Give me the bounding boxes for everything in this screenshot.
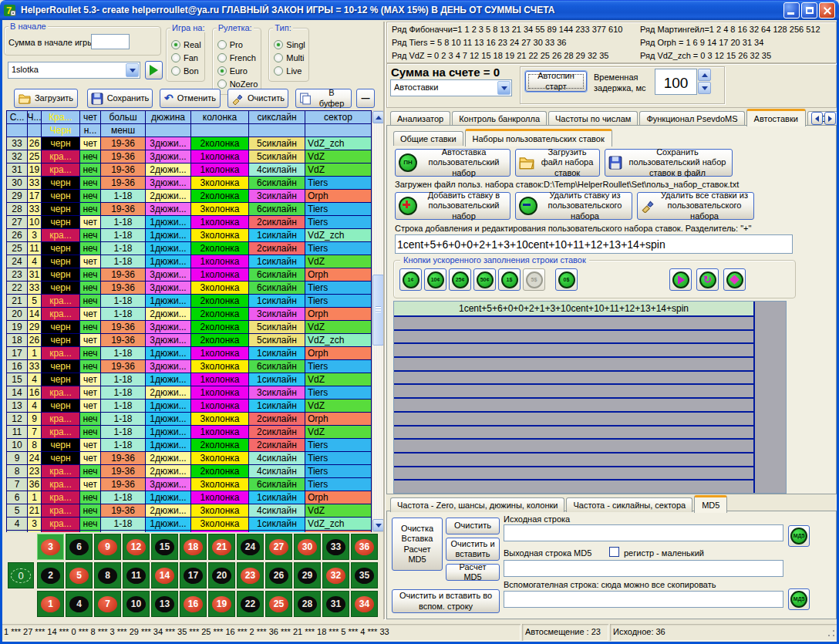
tab-MD5[interactable]: MD5	[694, 495, 727, 513]
board-cell-23[interactable]: 23	[237, 562, 264, 588]
board-cell-6[interactable]: 6	[66, 534, 93, 560]
board-cell-10[interactable]: 10	[123, 591, 150, 617]
board-cell-34[interactable]: 34	[351, 591, 378, 617]
radio-Bon[interactable]: Bon	[171, 66, 201, 76]
md5-aux-icon-button[interactable]: МД5	[788, 588, 810, 610]
board-cell-7[interactable]: 7	[94, 591, 121, 617]
radio-Singl[interactable]: Singl	[274, 40, 305, 49]
tab-Анализатор[interactable]: Анализатор	[390, 111, 450, 126]
minus-button[interactable]: —	[356, 89, 375, 108]
chip-1¢[interactable]: 1¢	[399, 268, 422, 291]
board-cell-15[interactable]: 15	[151, 534, 178, 560]
delay-down-icon[interactable]	[698, 82, 711, 94]
close-button[interactable]	[819, 2, 835, 19]
copy-buffer-button[interactable]: В буфер	[295, 89, 352, 108]
tab-scroll-right-icon[interactable]	[824, 112, 836, 125]
board-cell-24[interactable]: 24	[237, 534, 264, 560]
add-bet-button[interactable]: Добавить ставку в пользовательский набор	[395, 192, 510, 220]
list-row[interactable]	[394, 399, 753, 413]
scroll-up-icon[interactable]	[372, 111, 384, 123]
list-row[interactable]	[394, 317, 753, 331]
autobets-list[interactable]: 1cent+5+6+0+0+2+1+3+10cent+10+11+12+13+1…	[393, 301, 787, 494]
board-cell-17[interactable]: 17	[180, 562, 207, 588]
chevron-down-icon[interactable]	[126, 63, 139, 77]
md5-calc-icon-button[interactable]: МД5	[788, 525, 810, 547]
radio-Pro[interactable]: Pro	[217, 40, 258, 49]
tab-Общие ставки[interactable]: Общие ставки	[393, 131, 463, 146]
tab-Контроль банкролла[interactable]: Контроль банкролла	[452, 111, 547, 126]
radio-NoZero[interactable]: NoZero	[217, 79, 258, 89]
board-cell-11[interactable]: 11	[123, 562, 150, 588]
radio-Euro[interactable]: Euro	[217, 66, 258, 76]
chip-1$[interactable]: 1$	[498, 268, 521, 291]
md5-big-button[interactable]: Очистка Вставка Расчет MD5	[392, 518, 443, 571]
board-cell-1[interactable]: 1	[37, 591, 64, 617]
remove-bet-button[interactable]: Удалить ставку из пользовательского набо…	[515, 192, 632, 220]
board-cell-12[interactable]: 12	[123, 534, 150, 560]
board-cell-0[interactable]: 0	[8, 562, 34, 588]
chip-10¢[interactable]: 10¢	[424, 268, 446, 291]
md5-clear-paste-aux-button[interactable]: Очистить и вставить во вспом. строку	[392, 589, 500, 613]
tab-Автоставки[interactable]: Автоставки	[746, 109, 806, 126]
board-cell-3[interactable]: 3	[37, 534, 64, 560]
bet-string-input[interactable]	[395, 234, 793, 254]
load-betfile-button[interactable]: Загрузить файл набора ставок	[515, 149, 600, 177]
board-cell-18[interactable]: 18	[180, 534, 207, 560]
load-button[interactable]: Загрузить	[14, 89, 78, 108]
md5-aux-input[interactable]	[504, 591, 783, 608]
list-row[interactable]	[394, 467, 753, 481]
board-cell-27[interactable]: 27	[265, 534, 292, 560]
md5-clear-paste-button[interactable]: Очистить и вставить	[446, 538, 500, 561]
board-cell-9[interactable]: 9	[94, 534, 121, 560]
chip-0$[interactable]: 0$	[555, 268, 578, 291]
board-cell-32[interactable]: 32	[322, 562, 349, 588]
save-button[interactable]: Сохранить	[87, 89, 153, 108]
chip-action-bets[interactable]	[723, 268, 746, 291]
board-cell-29[interactable]: 29	[294, 562, 321, 588]
remove-all-bets-button[interactable]: Удалить все ставки из пользовательского …	[637, 192, 754, 220]
scroll-down-icon[interactable]	[372, 519, 384, 531]
chip-50¢[interactable]: 50¢	[473, 268, 496, 291]
md5-source-input[interactable]	[504, 524, 783, 541]
list-row[interactable]	[394, 413, 753, 427]
list-row[interactable]	[394, 385, 753, 399]
md5-clear-button[interactable]: Очистить	[446, 518, 500, 534]
tab-Функционал PsevdoMS[interactable]: Функционал PsevdoMS	[639, 111, 744, 126]
chip-25¢[interactable]: 25¢	[449, 268, 471, 291]
board-cell-31[interactable]: 31	[322, 591, 349, 617]
start-sum-input[interactable]	[91, 34, 130, 49]
board-cell-13[interactable]: 13	[151, 591, 178, 617]
radio-Multi[interactable]: Multi	[274, 53, 305, 62]
board-cell-20[interactable]: 20	[208, 562, 235, 588]
board-cell-5[interactable]: 5	[66, 562, 93, 588]
radio-French[interactable]: French	[217, 53, 258, 62]
board-cell-8[interactable]: 8	[94, 562, 121, 588]
board-cell-14[interactable]: 14	[151, 562, 178, 588]
minimize-button[interactable]	[783, 2, 800, 19]
board-cell-19[interactable]: 19	[208, 591, 235, 617]
chevron-down-icon[interactable]	[497, 81, 510, 95]
md5-calc-button[interactable]: Расчет MD5	[446, 564, 500, 581]
board-cell-36[interactable]: 36	[351, 534, 378, 560]
board-cell-33[interactable]: 33	[322, 534, 349, 560]
list-row[interactable]	[394, 372, 753, 386]
list-row[interactable]	[394, 427, 753, 440]
resize-grip[interactable]	[827, 629, 836, 638]
board-cell-25[interactable]: 25	[265, 591, 292, 617]
list-row[interactable]	[394, 331, 753, 345]
maximize-button[interactable]	[801, 2, 817, 19]
board-cell-28[interactable]: 28	[294, 591, 321, 617]
tab-Наборы пользовательских ставок[interactable]: Наборы пользовательских ставок	[465, 129, 612, 147]
tab-scroll-left-icon[interactable]	[811, 112, 823, 125]
chip-action-play[interactable]	[669, 268, 692, 291]
delay-up-icon[interactable]	[698, 69, 711, 81]
board-cell-2[interactable]: 2	[37, 562, 64, 588]
undo-button[interactable]: ↶ Отменить	[160, 89, 221, 108]
radio-Real[interactable]: Real	[171, 40, 201, 49]
board-cell-26[interactable]: 26	[265, 562, 292, 588]
tab-Частота - Zero, шансы, дюжины, колонки[interactable]: Частота - Zero, шансы, дюжины, колонки	[390, 497, 564, 512]
list-row[interactable]	[394, 453, 753, 467]
board-cell-30[interactable]: 30	[294, 534, 321, 560]
slot-combo[interactable]: 1slotka	[8, 62, 140, 79]
board-cell-35[interactable]: 35	[351, 562, 378, 588]
